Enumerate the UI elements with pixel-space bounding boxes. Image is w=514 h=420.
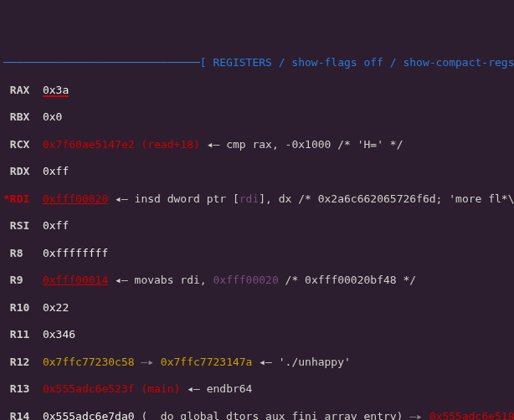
reg-imm: 0xfff00020 [213, 274, 278, 286]
reg-row-rdx: RDX 0xff [3, 165, 511, 178]
reg-row-r14a: R14 0x555adc6e7da0 (__do_global_dtors_au… [3, 410, 511, 421]
reg-addr2: 0x555adc6e5180 [429, 410, 514, 421]
reg-value: 0x3a [43, 85, 69, 97]
reg-addr: 0x555adc6e7da0 [43, 410, 135, 421]
reg-label: R10 [3, 301, 29, 314]
reg-row-r12: R12 0x7ffc77230c58 —▸ 0x7ffc7723147a ◂— … [3, 356, 511, 369]
reg-value: 0xff [43, 219, 69, 232]
reg-label: RSI [3, 219, 29, 232]
reg-row-rax: RAX 0x3a [3, 84, 511, 97]
reg-value: 0xff [43, 165, 69, 177]
reg-row-r9: R9 0xfff00014 ◂— movabs rdi, 0xfff00020 … [3, 274, 511, 287]
reg-addr: 0x7ffc77230c58 [43, 356, 135, 368]
reg-addr: 0x555adc6e523f [43, 382, 135, 395]
reg-addr: 0x7f60ae5147e2 [43, 138, 135, 151]
reg-symbol: (read+18) [141, 138, 199, 151]
reg-label: R9 [3, 274, 29, 286]
reg-symbol: (__do_global_dtors_aux_fini_array_entry) [141, 410, 403, 421]
reg-value: 0x346 [43, 328, 75, 341]
reg-label: RCX [3, 138, 29, 151]
reg-row-r13: R13 0x555adc6e523f (main) ◂— endbr64 [3, 382, 511, 396]
reg-label: R11 [3, 328, 29, 341]
reg-row-r11: R11 0x346 [3, 328, 511, 341]
section-registers-header: ──────────────────────────────[ REGISTER… [3, 56, 511, 69]
reg-label: R12 [3, 356, 29, 368]
reg-label: R13 [3, 382, 29, 395]
reg-addr: 0xfff00014 [43, 274, 108, 286]
reg-row-r8: R8 0xffffffff [3, 247, 511, 260]
reg-row-rbx: RBX 0x0 [3, 110, 511, 124]
reg-value: 0x22 [43, 301, 69, 314]
reg-row-rsi: RSI 0xff [3, 219, 511, 233]
reg-addr: 0xfff00020 [43, 192, 108, 205]
reg-label: RBX [3, 110, 29, 123]
reg-row-rcx: RCX 0x7f60ae5147e2 (read+18) ◂— cmp rax,… [3, 138, 511, 151]
reg-row-r10: R10 0x22 [3, 301, 511, 315]
reg-symbol: (main) [141, 382, 180, 395]
reg-label: *RDI [3, 192, 29, 205]
reg-label: RAX [3, 84, 29, 96]
reg-label: R8 [3, 247, 29, 259]
reg-label: RDX [3, 165, 29, 177]
reg-operand: rdi [239, 192, 259, 205]
reg-addr2: 0x7ffc7723147a [161, 356, 253, 368]
reg-row-rdi: *RDI 0xfff00020 ◂— insd dword ptr [rdi],… [3, 192, 511, 206]
reg-label: R14 [3, 410, 29, 421]
reg-value: 0x0 [43, 110, 62, 123]
reg-value: 0xffffffff [43, 247, 108, 259]
